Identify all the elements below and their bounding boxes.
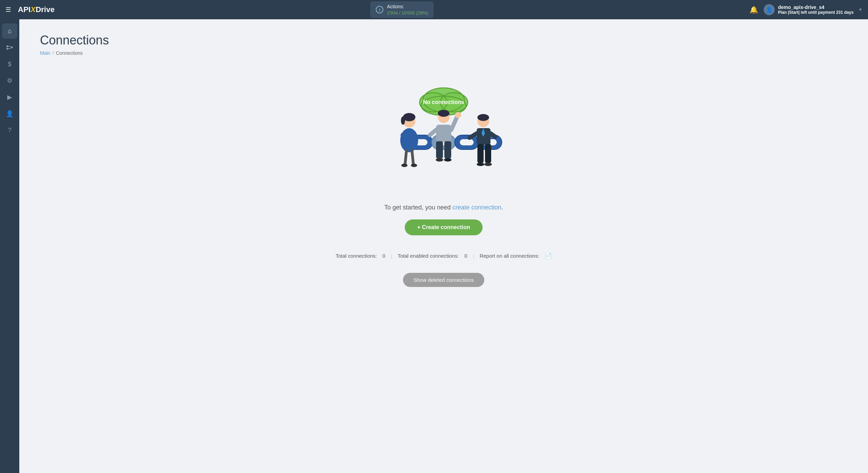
logo-api: API <box>18 5 31 14</box>
svg-rect-38 <box>436 141 443 158</box>
bell-icon[interactable]: 🔔 <box>750 6 758 14</box>
actions-badge[interactable]: i Actions: 2'934 / 10'000 (29%) <box>370 1 433 18</box>
create-connection-button[interactable]: + Create connection <box>405 219 482 235</box>
user-plan: Plan |Start| left until payment 231 days <box>778 10 854 15</box>
page-title: Connections <box>40 33 847 48</box>
svg-point-24 <box>401 116 405 125</box>
no-connections-illustration: No connections <box>358 76 530 194</box>
logo[interactable]: APIXDrive <box>18 5 54 14</box>
svg-rect-48 <box>477 144 484 163</box>
svg-point-33 <box>438 110 450 117</box>
svg-line-29 <box>412 151 413 164</box>
get-started-text: To get started, you need create connecti… <box>384 204 503 211</box>
breadcrumb-separator: / <box>52 50 54 56</box>
logo-drive: Drive <box>35 5 54 14</box>
breadcrumb-main[interactable]: Main <box>40 50 50 56</box>
total-connections-label: Total connections: <box>335 253 377 259</box>
svg-point-30 <box>401 164 407 167</box>
avatar: 👤 <box>764 4 775 15</box>
show-deleted-button[interactable]: Show deleted connections <box>403 273 484 287</box>
svg-rect-0 <box>7 45 8 47</box>
sidebar-item-billing[interactable]: $ <box>2 56 17 72</box>
svg-rect-19 <box>460 139 474 145</box>
svg-point-43 <box>477 114 489 121</box>
info-icon: i <box>376 6 383 13</box>
chevron-down-icon: ▼ <box>858 7 862 12</box>
user-info[interactable]: 👤 demo_apix-drive_s4 Plan |Start| left u… <box>764 4 862 15</box>
user-name: demo_apix-drive_s4 <box>778 4 854 10</box>
sidebar-item-video[interactable]: ▶ <box>2 90 17 105</box>
app-header: ☰ APIXDrive i Actions: 2'934 / 10'000 (2… <box>0 0 868 19</box>
sidebar: ⌂ $ ⚙ ▶ 👤 ? <box>0 19 19 473</box>
svg-rect-2 <box>11 47 13 48</box>
svg-rect-34 <box>436 125 451 142</box>
menu-icon[interactable]: ☰ <box>6 6 11 13</box>
create-connection-link[interactable]: create connection <box>453 204 502 211</box>
user-details: demo_apix-drive_s4 Plan |Start| left unt… <box>778 4 854 15</box>
sidebar-item-settings[interactable]: ⚙ <box>2 73 17 88</box>
svg-line-3 <box>8 47 11 47</box>
svg-rect-1 <box>7 48 8 50</box>
svg-line-28 <box>405 151 406 164</box>
svg-line-4 <box>8 48 11 49</box>
svg-point-50 <box>477 163 484 166</box>
svg-rect-39 <box>444 141 451 158</box>
sidebar-item-profile[interactable]: 👤 <box>2 106 17 121</box>
svg-line-37 <box>430 130 436 135</box>
svg-point-31 <box>411 164 417 167</box>
svg-line-27 <box>403 132 409 135</box>
report-icon[interactable]: 📄 <box>545 253 552 259</box>
report-label: Report on all connections: <box>479 253 539 259</box>
actions-text: Actions: 2'934 / 10'000 (29%) <box>387 3 428 16</box>
sidebar-item-connections[interactable] <box>2 40 17 55</box>
svg-point-36 <box>455 112 461 118</box>
breadcrumb-current: Connections <box>56 50 83 56</box>
stats-row: Total connections: 0 | Total enabled con… <box>335 253 552 259</box>
svg-text:No connections: No connections <box>423 99 464 105</box>
total-enabled-value: 0 <box>464 253 467 259</box>
illustration-area: No connections <box>40 70 847 301</box>
svg-line-47 <box>490 133 495 137</box>
main-content: Connections Main / Connections No conn <box>19 19 868 473</box>
svg-line-35 <box>451 116 457 130</box>
svg-point-51 <box>484 163 492 166</box>
sidebar-item-home[interactable]: ⌂ <box>2 23 17 39</box>
svg-point-40 <box>436 158 443 162</box>
logo-x: X <box>31 5 36 14</box>
total-connections-value: 0 <box>382 253 385 259</box>
sidebar-item-help[interactable]: ? <box>2 123 17 138</box>
svg-point-41 <box>444 158 452 162</box>
breadcrumb: Main / Connections <box>40 50 847 56</box>
svg-rect-49 <box>485 144 491 163</box>
total-enabled-label: Total enabled connections: <box>398 253 459 259</box>
